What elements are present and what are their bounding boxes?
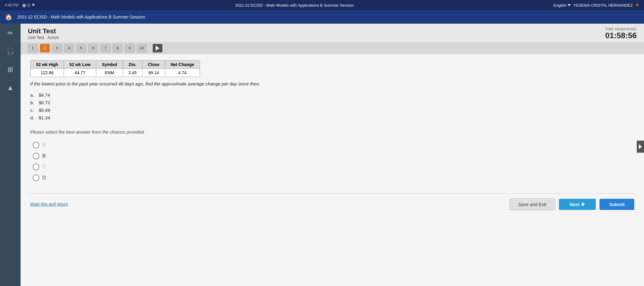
choice-value-d: $1.34 bbox=[39, 115, 50, 120]
nav-bar: 🏠 2021-22 ECISD - Math Models with Appli… bbox=[0, 10, 644, 24]
radio-item-d[interactable]: D bbox=[33, 175, 634, 181]
choice-letter-d: d. bbox=[30, 115, 36, 120]
time-remaining-block: TIME REMAINING 01:58:56 bbox=[605, 27, 637, 40]
answer-choice-b: b. $0.72 bbox=[30, 100, 634, 105]
next-arrow-icon bbox=[582, 202, 585, 206]
choice-value-b: $0.72 bbox=[39, 100, 50, 105]
answer-choice-d: d. $1.34 bbox=[30, 115, 634, 120]
choice-letter-a: a. bbox=[30, 92, 36, 98]
language-label: English bbox=[553, 3, 566, 8]
choice-value-a: $4.74 bbox=[39, 92, 50, 98]
answer-choice-a: a. $4.74 bbox=[30, 92, 634, 98]
radio-label-b: B bbox=[42, 153, 46, 159]
bottom-buttons: Save and Exit Next Submit bbox=[68, 198, 635, 210]
col-close: Close bbox=[142, 61, 165, 69]
top-bar-left: 4:48 PM ▣ G ⚑ bbox=[5, 3, 35, 8]
nav-course-title: 2021-22 ECISD - Math Models with Applica… bbox=[17, 15, 145, 19]
sidebar: ✏ 🎧 ⊞ ▲ bbox=[0, 24, 21, 286]
col-symbol: Symbol bbox=[96, 61, 123, 69]
test-title: Unit Test bbox=[28, 27, 59, 35]
radio-label-c: C bbox=[42, 164, 46, 170]
right-arrow-icon bbox=[639, 144, 642, 149]
radio-circle-c[interactable] bbox=[33, 164, 39, 170]
choice-value-c: $0.49 bbox=[39, 108, 50, 113]
play-button[interactable] bbox=[153, 44, 162, 52]
cell-52wk-high: 122.86 bbox=[31, 69, 64, 77]
play-triangle-icon bbox=[156, 46, 159, 51]
cell-close: 99.14 bbox=[142, 69, 165, 77]
top-bar-icons: ▣ G ⚑ bbox=[22, 3, 36, 8]
time-remaining-value: 01:58:56 bbox=[605, 31, 637, 40]
test-title-block: Unit Test Unit Test Active bbox=[28, 27, 59, 40]
col-52wk-high: 52 wk High bbox=[31, 61, 64, 69]
question-header: Unit Test Unit Test Active TIME REMAININ… bbox=[21, 24, 644, 42]
question-nav-btn-1[interactable]: 1 bbox=[28, 44, 38, 52]
radio-circle-d[interactable] bbox=[33, 175, 39, 181]
main-area: ✏ 🎧 ⊞ ▲ Unit Test Unit Test Active TIME … bbox=[0, 24, 644, 286]
top-bar-right: English YESENIA CRISTAL HERNANDEZ + bbox=[553, 1, 639, 9]
mark-return-link[interactable]: Mark this and return bbox=[30, 202, 68, 207]
bottom-section: Mark this and return Save and Exit Next … bbox=[30, 193, 634, 210]
radio-circle-a[interactable] bbox=[33, 142, 39, 148]
question-nav-btn-4[interactable]: 4 bbox=[64, 44, 74, 52]
col-net-change: Net Change bbox=[165, 61, 200, 69]
question-nav-btn-9[interactable]: 9 bbox=[125, 44, 134, 52]
question-text: If the lowest price in the past year occ… bbox=[30, 81, 634, 88]
choice-letter-b: b. bbox=[30, 100, 36, 105]
stock-table: 52 wk High 52 wk Low Symbol Div. Close N… bbox=[30, 60, 200, 77]
col-52wk-low: 52 wk Low bbox=[64, 61, 96, 69]
choice-letter-c: c. bbox=[30, 108, 36, 113]
question-nav-btn-6[interactable]: 6 bbox=[88, 44, 98, 52]
up-arrow-icon[interactable]: ▲ bbox=[4, 82, 16, 94]
test-subtitle-label: Unit Test bbox=[28, 35, 44, 40]
radio-circle-b[interactable] bbox=[33, 153, 39, 159]
table-row: 122.86 64.77 ENM 3.45 99.14 4.74 bbox=[31, 69, 200, 77]
chevron-down-icon bbox=[568, 4, 571, 6]
radio-item-a[interactable]: A bbox=[33, 142, 634, 148]
answer-choice-c: c. $0.49 bbox=[30, 108, 634, 113]
grid-icon[interactable]: ⊞ bbox=[4, 64, 16, 76]
radio-item-c[interactable]: C bbox=[33, 164, 634, 170]
home-icon[interactable]: 🏠 bbox=[5, 13, 12, 21]
plus-button[interactable]: + bbox=[635, 1, 639, 9]
col-div: Div. bbox=[123, 61, 142, 69]
pencil-icon[interactable]: ✏ bbox=[4, 27, 16, 39]
question-nav-btn-3[interactable]: 3 bbox=[52, 44, 62, 52]
clock-display: 4:48 PM bbox=[5, 3, 18, 7]
question-nav-btn-2[interactable]: 2 bbox=[40, 44, 50, 52]
submit-button[interactable]: Submit bbox=[599, 199, 634, 210]
course-title: 2021-22 ECISD - Math Models with Applica… bbox=[235, 3, 354, 8]
user-name: YESENIA CRISTAL HERNANDEZ bbox=[573, 3, 633, 8]
active-badge: Active bbox=[47, 35, 59, 40]
question-nav-btn-10[interactable]: 10 bbox=[137, 44, 147, 52]
please-select-text: Please select the best answer from the c… bbox=[30, 129, 634, 135]
question-nav-btn-8[interactable]: 8 bbox=[113, 44, 122, 52]
next-button[interactable]: Next bbox=[559, 199, 596, 210]
save-exit-button[interactable]: Save and Exit bbox=[510, 198, 555, 210]
language-selector[interactable]: English bbox=[553, 3, 571, 8]
question-nav-btn-5[interactable]: 5 bbox=[76, 44, 86, 52]
question-box: 52 wk High 52 wk Low Symbol Div. Close N… bbox=[21, 54, 644, 286]
question-nav-row: 1 2 3 4 5 6 7 8 9 10 bbox=[21, 42, 644, 54]
radio-group: A B C D bbox=[33, 142, 634, 181]
right-scroll-button[interactable] bbox=[637, 141, 644, 153]
cell-div: 3.45 bbox=[123, 69, 142, 77]
time-remaining-label: TIME REMAINING bbox=[605, 27, 637, 31]
cell-net-change: 4.74 bbox=[165, 69, 200, 77]
headphones-icon[interactable]: 🎧 bbox=[4, 45, 16, 58]
radio-label-a: A bbox=[42, 142, 46, 148]
test-subtitle: Unit Test Active bbox=[28, 35, 59, 40]
cell-symbol: ENM bbox=[96, 69, 123, 77]
question-nav-btn-7[interactable]: 7 bbox=[101, 44, 110, 52]
content-panel: Unit Test Unit Test Active TIME REMAININ… bbox=[21, 24, 644, 286]
radio-label-d: D bbox=[42, 175, 46, 181]
top-bar: 4:48 PM ▣ G ⚑ 2021-22 ECISD - Math Model… bbox=[0, 0, 644, 10]
next-label: Next bbox=[570, 202, 580, 207]
cell-52wk-low: 64.77 bbox=[64, 69, 96, 77]
radio-item-b[interactable]: B bbox=[33, 153, 634, 159]
